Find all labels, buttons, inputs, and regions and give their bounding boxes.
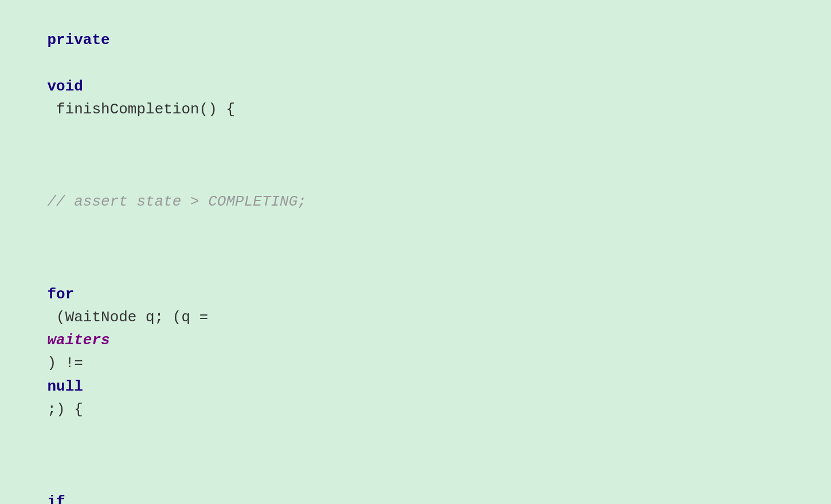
line-2: // assert state > COMPLETING; [11, 144, 820, 237]
code-display: private void finishCompletion() { // ass… [0, 0, 831, 504]
keyword-void: void [47, 78, 83, 95]
keyword-null-1: null [47, 378, 83, 395]
keyword-if-1: if [47, 493, 65, 504]
keyword-for: for [47, 286, 74, 303]
line-3: for (WaitNode q; (q = waiters ) != null … [11, 237, 820, 444]
field-waiters: waiters [47, 332, 109, 349]
line-4: if (UNSAFE.compareAndSwapObject(this, wa… [11, 444, 820, 504]
keyword-private: private [47, 32, 109, 49]
comment-assert: // assert state > COMPLETING; [47, 193, 306, 210]
line-1: private void finishCompletion() { [11, 6, 820, 144]
